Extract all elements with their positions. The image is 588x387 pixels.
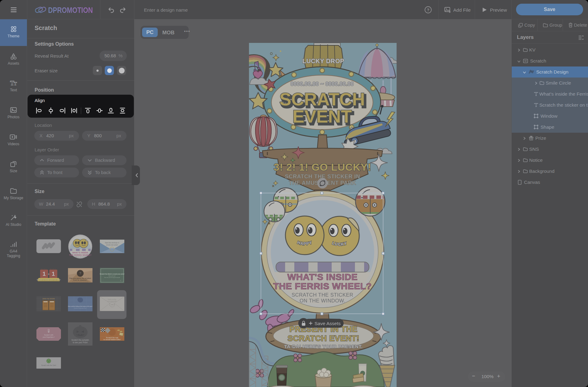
- svg-text:1: 1: [52, 271, 55, 277]
- svg-text:to reveal hidden Gifts!: to reveal hidden Gifts!: [104, 339, 121, 340]
- svg-text:WHAT'S INSIDE: WHAT'S INSIDE: [287, 272, 358, 282]
- svg-text:SCRATCH THE STICKER: SCRATCH THE STICKER: [292, 292, 353, 298]
- svg-text:your fingertips~!: your fingertips~!: [43, 336, 55, 338]
- svg-text:OPEN: OPEN: [111, 304, 114, 305]
- svg-text:Open the envelope to: Open the envelope to: [105, 242, 119, 244]
- svg-text:SCRATCH THE STICKER: SCRATCH THE STICKER: [74, 256, 87, 258]
- svg-text:Save Assets: Save Assets: [315, 321, 341, 326]
- svg-text:THE FERRIS WHEEL?: THE FERRIS WHEEL?: [69, 254, 91, 256]
- svg-text:Scratch with the Coin!: Scratch with the Coin!: [41, 364, 56, 366]
- svg-text:WHAT'S INSIDE: WHAT'S INSIDE: [72, 252, 88, 254]
- svg-text:reveal your prize!: reveal your prize!: [106, 244, 118, 246]
- svg-text:OPEN THE DOORS: OPEN THE DOORS: [43, 298, 55, 300]
- svg-text:Clear the prize through the bo: Clear the prize through the board!: [104, 277, 120, 278]
- svg-text:ON THE WINDOW.: ON THE WINDOW.: [300, 298, 345, 303]
- svg-text:to send your gift!: to send your gift!: [108, 300, 117, 302]
- svg-text:Scratch the blind to reveal yo: Scratch the blind to reveal your prize!: [100, 273, 124, 275]
- svg-text:3! 2! 1! GO LUCKY!: 3! 2! 1! GO LUCKY!: [274, 161, 371, 173]
- svg-text:Scratch with: Scratch with: [44, 334, 53, 336]
- svg-text:SCRATCH EVENT!: SCRATCH EVENT!: [288, 334, 360, 343]
- svg-text:Scratch the pumpkin: Scratch the pumpkin: [71, 339, 89, 341]
- svg-text:EVENT: EVENT: [292, 106, 352, 126]
- svg-text:!: !: [120, 280, 121, 282]
- svg-text:Scratch now and find out insta: Scratch now and find out instantly!: [72, 281, 88, 283]
- svg-text:LUCKY DROP: LUCKY DROP: [303, 58, 345, 64]
- svg-text:What could be hiding at the bo: What could be hiding at the bottom of th…: [68, 306, 92, 307]
- svg-text:Scratch to reveal your Prize!: Scratch to reveal your Prize!: [74, 308, 86, 309]
- svg-text:1: 1: [43, 271, 46, 277]
- svg-text:to see your Prize!: to see your Prize!: [73, 341, 88, 344]
- svg-text:from its shadow?: from its shadow?: [73, 279, 87, 281]
- svg-text:Scratch to reveal your 1+1 off: Scratch to reveal your 1+1 offer!: [37, 279, 61, 281]
- svg-text:+: +: [47, 272, 50, 276]
- svg-text:THE FERRIS WHEEL?: THE FERRIS WHEEL?: [273, 281, 372, 291]
- svg-text:T: T: [14, 81, 17, 86]
- svg-text:What will it be?: What will it be?: [108, 275, 116, 277]
- svg-text:?: ?: [427, 8, 429, 12]
- svg-text:0000.00.00 ~ 0000.00.00: 0000.00.00 ~ 0000.00.00: [291, 81, 354, 87]
- svg-text:TA-DA! HERE'S YOUR PRESENT.: TA-DA! HERE'S YOUR PRESENT.: [284, 344, 363, 349]
- svg-text:?: ?: [79, 271, 81, 275]
- svg-text:Scratch envelope: Scratch envelope: [108, 298, 117, 300]
